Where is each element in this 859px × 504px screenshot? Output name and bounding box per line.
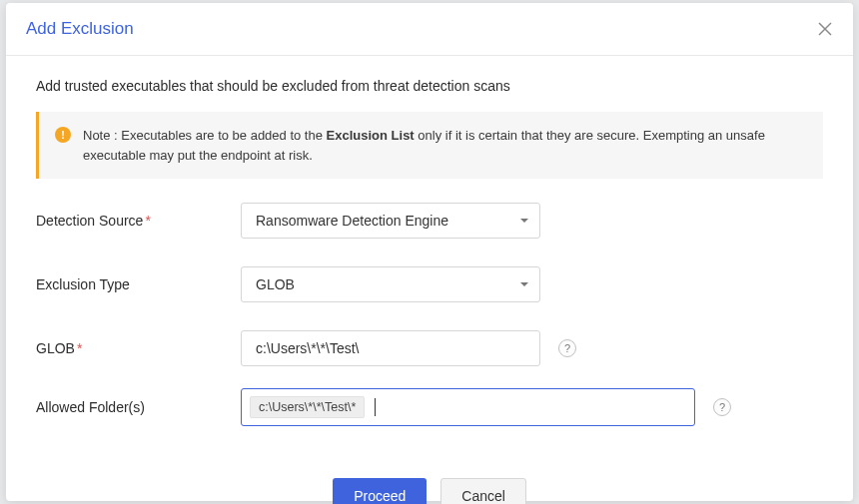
modal-footer: Proceed Cancel <box>36 454 823 504</box>
allowed-folders-input[interactable]: c:\Users\*\*\Test\* <box>241 388 695 426</box>
allowed-folders-row: Allowed Folder(s) c:\Users\*\*\Test\* ? <box>36 388 823 426</box>
cancel-button[interactable]: Cancel <box>440 478 526 504</box>
exclusion-type-dropdown[interactable]: GLOB <box>241 266 540 302</box>
required-mark: * <box>145 213 150 229</box>
detection-source-label: Detection Source* <box>36 213 241 229</box>
modal-header: Add Exclusion <box>6 3 853 56</box>
add-exclusion-modal: Add Exclusion Add trusted executables th… <box>6 3 853 501</box>
warning-icon: ! <box>55 127 71 143</box>
allowed-folders-label: Allowed Folder(s) <box>36 399 241 415</box>
intro-text: Add trusted executables that should be e… <box>36 78 823 94</box>
folder-tag[interactable]: c:\Users\*\*\Test\* <box>250 396 365 418</box>
help-icon[interactable]: ? <box>713 398 731 416</box>
glob-label-text: GLOB <box>36 340 75 356</box>
note-box: ! Note : Executables are to be added to … <box>36 112 823 179</box>
proceed-button[interactable]: Proceed <box>333 478 427 504</box>
help-icon[interactable]: ? <box>558 339 576 357</box>
exclusion-type-label: Exclusion Type <box>36 276 241 292</box>
note-text: Note : Executables are to be added to th… <box>83 126 807 165</box>
glob-row: GLOB* ? <box>36 330 823 366</box>
glob-input[interactable] <box>241 330 540 366</box>
detection-source-label-text: Detection Source <box>36 213 143 229</box>
note-bold: Exclusion List <box>327 128 415 143</box>
glob-label: GLOB* <box>36 340 241 356</box>
close-icon[interactable] <box>817 21 833 37</box>
required-mark: * <box>77 340 82 356</box>
exclusion-type-row: Exclusion Type GLOB <box>36 266 823 302</box>
detection-source-row: Detection Source* Ransomware Detection E… <box>36 203 823 239</box>
modal-title: Add Exclusion <box>26 19 134 39</box>
detection-source-dropdown[interactable]: Ransomware Detection Engine <box>241 203 540 239</box>
modal-body: Add trusted executables that should be e… <box>6 56 853 504</box>
detection-source-value: Ransomware Detection Engine <box>241 203 540 239</box>
note-prefix: Note : Executables are to be added to th… <box>83 128 327 143</box>
text-cursor <box>375 398 376 416</box>
exclusion-type-value: GLOB <box>241 266 540 302</box>
